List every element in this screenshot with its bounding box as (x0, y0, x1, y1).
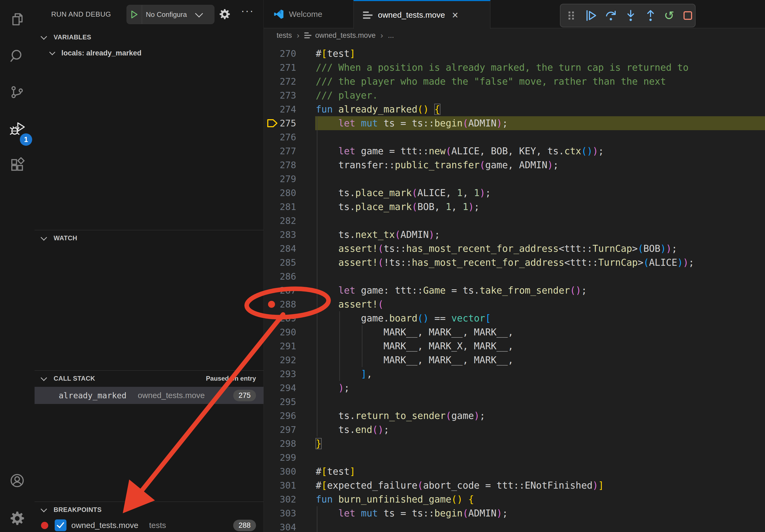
debug-settings-gear-icon[interactable] (219, 8, 231, 20)
gutter-line-number[interactable]: 291 (264, 339, 296, 353)
code-line-300[interactable]: 300#[test] (264, 464, 765, 478)
code-line-277[interactable]: 277 let game = ttt::new(ALICE, BOB, KEY,… (264, 144, 765, 158)
code-line-289[interactable]: 289 game.board() == vector[ (264, 311, 765, 325)
stop-button[interactable] (681, 9, 694, 22)
gutter-line-number[interactable]: 303 (264, 506, 296, 520)
gutter-line-number[interactable]: 292 (264, 353, 296, 367)
code-line-275[interactable]: 275 let mut ts = ts::begin(ADMIN); (264, 116, 765, 130)
code-line-271[interactable]: 271/// When a position is already marked… (264, 61, 765, 75)
code-line-299[interactable]: 299 (264, 450, 765, 464)
code-line-285[interactable]: 285 assert!(!ts::has_most_recent_for_add… (264, 256, 765, 269)
code-line-295[interactable]: 295 (264, 395, 765, 409)
breadcrumb-item-more[interactable]: ... (388, 31, 394, 40)
start-debugging-icon[interactable] (127, 10, 142, 19)
code-line-279[interactable]: 279 (264, 172, 765, 186)
search-icon[interactable] (9, 48, 25, 64)
code-line-274[interactable]: 274fun already_marked() { (264, 102, 765, 116)
gutter-line-number[interactable]: 275 (264, 116, 296, 130)
breakpoint-enabled-checkbox[interactable] (55, 519, 67, 531)
gutter-line-number[interactable]: 272 (264, 75, 296, 89)
breadcrumb-item-tests[interactable]: tests (277, 31, 292, 40)
gutter-line-number[interactable]: 281 (264, 200, 296, 214)
code-line-284[interactable]: 284 assert!(ts::has_most_recent_for_addr… (264, 242, 765, 256)
section-variables[interactable]: VARIABLES (35, 30, 264, 45)
gutter-line-number[interactable]: 276 (264, 130, 296, 144)
gutter-line-number[interactable]: 287 (264, 283, 296, 297)
close-icon[interactable]: × (452, 10, 458, 20)
step-into-button[interactable] (624, 9, 637, 22)
restart-button[interactable]: ↺ (664, 9, 674, 22)
gutter-line-number[interactable]: 295 (264, 395, 296, 409)
gutter-line-number[interactable]: 297 (264, 423, 296, 437)
code-line-270[interactable]: 270#[test] (264, 47, 765, 61)
code-line-272[interactable]: 272/// the player who made the "false" m… (264, 75, 765, 89)
gutter-line-number[interactable]: 274 (264, 102, 296, 116)
code-line-301[interactable]: 301#[expected_failure(abort_code = ttt::… (264, 478, 765, 492)
breadcrumb-item-file[interactable]: owned_tests.move (315, 31, 376, 40)
code-line-280[interactable]: 280 ts.place_mark(ALICE, 1, 1); (264, 186, 765, 200)
code-line-276[interactable]: 276 (264, 130, 765, 144)
breakpoint-list-item[interactable]: owned_tests.move tests 288 (35, 518, 264, 532)
section-call-stack[interactable]: CALL STACK Paused on entry (35, 371, 264, 386)
code-line-303[interactable]: 303 let mut ts = ts::begin(ADMIN); (264, 506, 765, 520)
code-line-294[interactable]: 294 ); (264, 381, 765, 395)
code-line-281[interactable]: 281 ts.place_mark(BOB, 1, 1); (264, 200, 765, 214)
code-line-291[interactable]: 291 MARK__, MARK_X, MARK__, (264, 339, 765, 353)
code-line-293[interactable]: 293 ], (264, 367, 765, 381)
gutter-line-number[interactable]: 278 (264, 158, 296, 172)
gutter-line-number[interactable]: 304 (264, 520, 296, 532)
section-breakpoints[interactable]: BREAKPOINTS (35, 502, 264, 517)
gutter-line-number[interactable]: 279 (264, 172, 296, 186)
gutter-line-number[interactable]: 284 (264, 242, 296, 256)
drag-handle-icon[interactable] (565, 9, 578, 22)
gutter-line-number[interactable]: 280 (264, 186, 296, 200)
gutter-line-number[interactable]: 296 (264, 409, 296, 423)
step-over-button[interactable] (604, 9, 617, 22)
gutter-line-number[interactable]: 270 (264, 47, 296, 61)
gutter-line-number[interactable]: 283 (264, 228, 296, 242)
code-line-304[interactable]: 304 (264, 520, 765, 532)
code-line-278[interactable]: 278 transfer::public_transfer(game, ADMI… (264, 158, 765, 172)
tab-owned-tests-move[interactable]: owned_tests.move × (353, 0, 490, 29)
code-line-286[interactable]: 286 (264, 269, 765, 283)
explorer-icon[interactable] (9, 12, 25, 27)
code-line-302[interactable]: 302fun burn_unfinished_game() { (264, 492, 765, 506)
continue-button[interactable] (585, 9, 597, 22)
code-line-283[interactable]: 283 ts.next_tx(ADMIN); (264, 228, 765, 242)
gutter-line-number[interactable]: 302 (264, 492, 296, 506)
call-stack-frame[interactable]: already_marked owned_tests.move 275 (35, 387, 264, 404)
debug-configuration-dropdown[interactable]: No Configura (146, 10, 196, 19)
code-line-296[interactable]: 296 ts.return_to_sender(game); (264, 409, 765, 423)
gutter-line-number[interactable]: 299 (264, 450, 296, 464)
section-watch[interactable]: WATCH (35, 231, 264, 245)
gutter-line-number[interactable]: 298 (264, 437, 296, 450)
gutter-line-number[interactable]: 277 (264, 144, 296, 158)
more-actions-icon[interactable]: ··· (241, 5, 254, 17)
variables-scope-locals[interactable]: locals: already_marked (35, 46, 264, 60)
gutter-line-number[interactable]: 288 (264, 297, 296, 311)
extensions-icon[interactable] (9, 157, 25, 173)
code-line-292[interactable]: 292 MARK__, MARK__, MARK__, (264, 353, 765, 367)
step-out-button[interactable] (644, 9, 657, 22)
code-line-297[interactable]: 297 ts.end(); (264, 423, 765, 437)
gutter-line-number[interactable]: 271 (264, 61, 296, 75)
gutter-line-number[interactable]: 301 (264, 478, 296, 492)
gutter-line-number[interactable]: 290 (264, 325, 296, 339)
tab-welcome[interactable]: Welcome (264, 0, 353, 28)
code-line-288[interactable]: 288 assert!( (264, 297, 765, 311)
gutter-line-number[interactable]: 289 (264, 311, 296, 325)
code-line-287[interactable]: 287 let game: ttt::Game = ts.take_from_s… (264, 283, 765, 297)
gutter-line-number[interactable]: 273 (264, 89, 296, 102)
gutter-line-number[interactable]: 294 (264, 381, 296, 395)
gutter-line-number[interactable]: 285 (264, 256, 296, 269)
gutter-line-number[interactable]: 282 (264, 214, 296, 228)
code-line-298[interactable]: 298} (264, 437, 765, 450)
settings-gear-icon[interactable] (9, 511, 25, 526)
source-control-icon[interactable] (9, 84, 25, 100)
code-line-273[interactable]: 273/// player. (264, 89, 765, 102)
code-line-282[interactable]: 282 (264, 214, 765, 228)
code-line-290[interactable]: 290 MARK__, MARK__, MARK__, (264, 325, 765, 339)
account-icon[interactable] (9, 473, 25, 488)
gutter-line-number[interactable]: 286 (264, 269, 296, 283)
gutter-line-number[interactable]: 300 (264, 464, 296, 478)
